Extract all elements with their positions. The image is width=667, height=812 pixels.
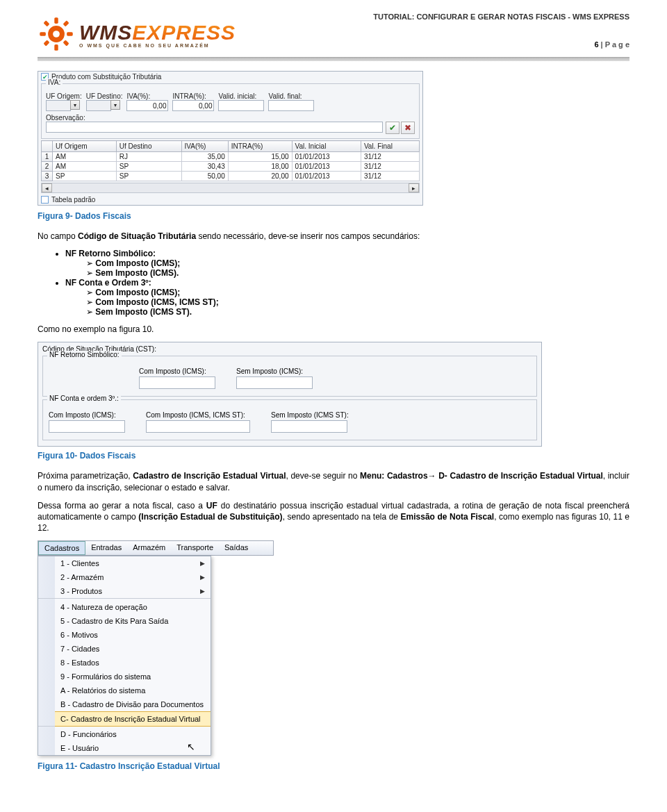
cell: 30,43: [181, 162, 228, 172]
brand-tagline: O WMS QUE CABE NO SEU ARMAZÉM: [79, 43, 236, 48]
input-valid-inicial[interactable]: [218, 100, 264, 111]
svg-rect-6: [43, 20, 49, 26]
menu-item[interactable]: D - Funcionários: [38, 727, 211, 741]
menu-item-label: 6 - Motivos: [55, 628, 211, 642]
menu-cadastros[interactable]: Cadastros: [38, 541, 85, 555]
menu-item[interactable]: 1 - Clientes▶: [38, 556, 211, 570]
text: Próxima parametrização,: [38, 471, 133, 481]
menu-item[interactable]: 2 - Armazém▶: [38, 570, 211, 584]
confirm-button[interactable]: ✔: [386, 122, 400, 134]
cell: RJ: [116, 152, 181, 162]
menu-item[interactable]: 9 - Formulários do sistema: [38, 670, 211, 683]
col-intra[interactable]: INTRA(%): [228, 141, 292, 152]
list-item: Com Imposto (ICMS, ICMS ST);: [95, 297, 218, 307]
input-sem-icms-st[interactable]: [271, 420, 347, 433]
horizontal-scrollbar[interactable]: ◂ ▸: [41, 183, 420, 193]
cell: 50,00: [181, 172, 228, 181]
menu-item-label: D - Funcionários: [55, 727, 211, 741]
menubar: Cadastros Entradas Armazém Transporte Sa…: [38, 540, 274, 556]
label-com-icms-st: Com Imposto (ICMS, ICMS ST):: [146, 411, 250, 419]
menu-saidas[interactable]: Saídas: [219, 541, 254, 555]
scroll-left-icon[interactable]: ◂: [42, 183, 52, 192]
input-com-icms[interactable]: [139, 376, 215, 389]
text: Dessa forma ao gerar a nota fiscal, caso…: [38, 501, 206, 511]
page-number-label: | P a g e: [599, 40, 629, 49]
menu-item[interactable]: B - Cadastro de Divisão para Documentos: [38, 697, 211, 712]
label-sub-trib: Produto com Substituição Tributária: [51, 73, 161, 81]
brand-wms: WMS: [79, 21, 132, 44]
grid-corner: [42, 141, 53, 152]
scroll-right-icon[interactable]: ▸: [409, 183, 419, 192]
list-item: Sem Imposto (ICMS ST).: [95, 307, 192, 317]
paragraph: Como no exemplo na figura 10.: [38, 324, 629, 335]
svg-rect-4: [40, 32, 46, 35]
table-row[interactable]: 3 SP SP 50,00 20,00 01/01/2013 31/12: [42, 172, 420, 181]
dropdown-menu-cadastros: 1 - Clientes▶ 2 - Armazém▶ 3 - Produtos▶…: [38, 556, 211, 756]
menu-item[interactable]: E - Usuário: [38, 741, 211, 755]
checkbox-tabela-padrao[interactable]: [41, 196, 49, 204]
table-row[interactable]: 1 AM RJ 35,00 15,00 01/01/2013 31/12: [42, 152, 420, 162]
text: sendo necessário, deve-se inserir nos ca…: [196, 231, 420, 241]
brand-text: WMSEXPRESS: [79, 21, 236, 44]
label-valid-inicial: Valid. inicial:: [218, 92, 264, 100]
input-com-icms-2[interactable]: [49, 420, 125, 433]
chevron-right-icon: ▶: [195, 584, 211, 599]
chevron-right-icon: ▶: [195, 556, 211, 570]
menu-item[interactable]: 5 - Cadastro de Kits Para Saída: [38, 614, 211, 628]
label-uf-destino: UF Destino:: [86, 92, 123, 100]
menu-item-label: B - Cadastro de Divisão para Documentos: [55, 697, 211, 712]
row-header: 3: [42, 172, 53, 181]
input-valid-final[interactable]: [268, 100, 314, 111]
chevron-right-icon: ▶: [195, 570, 211, 584]
svg-rect-2: [54, 17, 58, 24]
chevron-down-icon[interactable]: ▾: [110, 100, 120, 110]
col-uf-origem[interactable]: Uf Origem: [53, 141, 117, 152]
menu-item-label: C- Cadastro de Inscrição Estadual Virtua…: [55, 711, 211, 726]
page-number: 6 | P a g e: [373, 40, 629, 49]
input-observacao[interactable]: [46, 122, 383, 133]
input-iva[interactable]: 0,00: [126, 100, 168, 111]
input-sem-icms[interactable]: [236, 376, 313, 389]
col-val-final[interactable]: Val. Final: [361, 141, 419, 152]
menu-transporte[interactable]: Transporte: [171, 541, 219, 555]
input-intra[interactable]: 0,00: [172, 100, 214, 111]
label-tabela-padrao: Tabela padrão: [51, 196, 95, 204]
menu-item-label: 2 - Armazém: [55, 570, 195, 584]
dropdown-uf-destino[interactable]: [86, 100, 111, 111]
list-item: Sem Imposto (ICMS).: [95, 268, 179, 278]
dropdown-uf-origem[interactable]: [46, 100, 71, 111]
input-com-icms-st[interactable]: [146, 420, 250, 433]
col-iva[interactable]: IVA(%): [181, 141, 228, 152]
col-uf-destino[interactable]: Uf Destino: [116, 141, 181, 152]
paragraph: No campo Código de Situação Tributária s…: [38, 231, 629, 242]
table-row[interactable]: 2 AM SP 30,43 18,00 01/01/2013 31/12: [42, 162, 420, 172]
text-bold: (Inscrição Estadual de Substituição): [138, 512, 282, 522]
cell: 31/12: [361, 162, 419, 172]
menu-entradas[interactable]: Entradas: [85, 541, 127, 555]
menu-item[interactable]: 4 - Natureza de operação: [38, 600, 211, 614]
label-intra: INTRA(%):: [172, 92, 214, 100]
text-bold: Cadastro de Inscrição Estadual Virtual: [133, 471, 286, 481]
menu-item[interactable]: A - Relatórios do sistema: [38, 683, 211, 697]
form-dados-fiscais: ✔ Produto com Substituição Tributária IV…: [38, 71, 423, 206]
bullet-list: NF Retorno Simbólico: Com Imposto (ICMS)…: [65, 249, 629, 317]
menu-item[interactable]: 3 - Produtos▶: [38, 584, 211, 599]
menu-armazem[interactable]: Armazém: [127, 541, 171, 555]
grid-iva: Uf Origem Uf Destino IVA(%) INTRA(%) Val…: [41, 140, 420, 181]
svg-rect-9: [43, 40, 49, 46]
close-icon: ✖: [404, 123, 411, 133]
svg-point-1: [53, 31, 60, 38]
chevron-down-icon[interactable]: ▾: [70, 100, 80, 110]
col-val-inicial[interactable]: Val. Inicial: [292, 141, 361, 152]
menu-item[interactable]: 6 - Motivos: [38, 628, 211, 642]
list-item: NF Conta e Ordem 3º:: [65, 278, 151, 288]
text: , deve-se seguir no: [286, 471, 360, 481]
cell: AM: [53, 162, 117, 172]
svg-rect-7: [63, 40, 69, 46]
menu-item-hover[interactable]: C- Cadastro de Inscrição Estadual Virtua…: [38, 711, 211, 726]
cancel-button[interactable]: ✖: [401, 122, 415, 134]
arrow-icon: →: [428, 471, 439, 481]
text-bold: D- Cadastro de Inscrição Estadual Virtua…: [438, 471, 603, 481]
menu-item[interactable]: 7 - Cidades: [38, 642, 211, 656]
menu-item[interactable]: 8 - Estados: [38, 656, 211, 670]
